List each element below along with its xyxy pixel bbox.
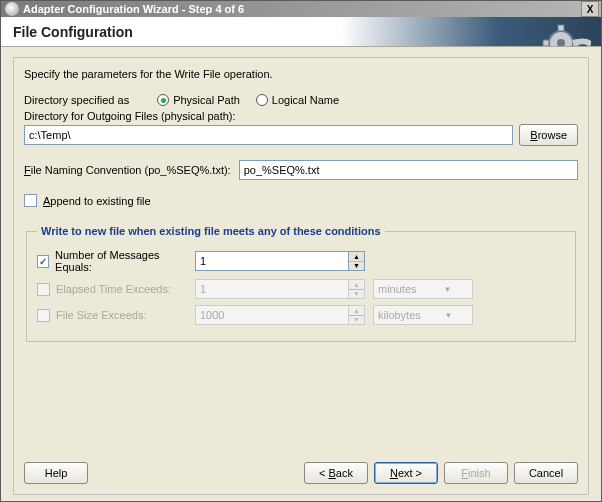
page-title: File Configuration: [13, 24, 133, 40]
spinner-up-icon[interactable]: ▲: [349, 252, 364, 262]
outgoing-dir-label: Directory for Outgoing Files (physical p…: [24, 110, 578, 122]
svg-rect-2: [558, 25, 564, 31]
filesize-label: File Size Exceeds:: [56, 309, 146, 321]
elapsed-unit-combo: minutes ▼: [373, 279, 473, 299]
filesize-value: [196, 306, 348, 324]
append-checkbox[interactable]: [24, 194, 37, 207]
chevron-down-icon: ▼: [425, 311, 472, 320]
content-area: Specify the parameters for the Write Fil…: [1, 47, 601, 501]
logical-name-label: Logical Name: [272, 94, 339, 106]
outgoing-dir-input[interactable]: [24, 125, 513, 145]
file-naming-label: File Naming Convention (po_%SEQ%.txt):: [24, 164, 231, 176]
conditions-fieldset: Write to new file when existing file mee…: [26, 225, 576, 342]
chevron-down-icon: ▼: [423, 285, 472, 294]
messages-spinner[interactable]: ▲ ▼: [195, 251, 365, 271]
next-button[interactable]: Next >: [374, 462, 438, 484]
filesize-unit: kilobytes: [374, 309, 425, 321]
logical-name-radio[interactable]: Logical Name: [256, 94, 339, 106]
physical-path-radio[interactable]: Physical Path: [157, 94, 240, 106]
radio-icon: [157, 94, 169, 106]
close-button[interactable]: X: [581, 1, 599, 17]
spinner-down-icon[interactable]: ▼: [349, 262, 364, 271]
gear-icon: [541, 21, 591, 46]
messages-value[interactable]: [196, 252, 348, 270]
append-label: Append to existing file: [43, 195, 151, 207]
file-naming-input[interactable]: [239, 160, 578, 180]
browse-button[interactable]: Browse: [519, 124, 578, 146]
filesize-spinner: ▲ ▼: [195, 305, 365, 325]
wizard-window: Adapter Configuration Wizard - Step 4 of…: [0, 0, 602, 502]
messages-label: Number of Messages Equals:: [55, 249, 187, 273]
button-bar: Help < Back Next > Finish Cancel: [24, 462, 578, 484]
conditions-legend: Write to new file when existing file mee…: [37, 225, 385, 237]
inner-panel: Specify the parameters for the Write Fil…: [13, 57, 589, 495]
titlebar: Adapter Configuration Wizard - Step 4 of…: [1, 1, 601, 17]
header: File Configuration: [1, 17, 601, 46]
help-button[interactable]: Help: [24, 462, 88, 484]
append-row[interactable]: Append to existing file: [24, 194, 578, 207]
elapsed-checkbox: [37, 283, 50, 296]
condition-elapsed-row: Elapsed Time Exceeds: ▲ ▼ minutes ▼: [37, 279, 565, 299]
window-title: Adapter Configuration Wizard - Step 4 of…: [23, 3, 244, 15]
messages-checkbox[interactable]: [37, 255, 49, 268]
filesize-checkbox: [37, 309, 50, 322]
directory-type-radio-group: Physical Path Logical Name: [157, 94, 339, 106]
condition-messages-row: Number of Messages Equals: ▲ ▼: [37, 249, 565, 273]
filesize-unit-combo: kilobytes ▼: [373, 305, 473, 325]
physical-path-label: Physical Path: [173, 94, 240, 106]
spinner-down-icon: ▼: [349, 290, 364, 299]
browse-suffix: rowse: [538, 129, 567, 141]
finish-button: Finish: [444, 462, 508, 484]
svg-rect-4: [543, 40, 549, 46]
directory-specified-label: Directory specified as: [24, 94, 129, 106]
instruction-text: Specify the parameters for the Write Fil…: [24, 68, 578, 80]
close-icon: X: [587, 4, 594, 15]
elapsed-value: [196, 280, 348, 298]
spinner-up-icon: ▲: [349, 280, 364, 290]
header-banner: [341, 17, 601, 46]
directory-specified-row: Directory specified as Physical Path Log…: [24, 94, 578, 106]
file-naming-row: File Naming Convention (po_%SEQ%.txt):: [24, 160, 578, 180]
outgoing-dir-row: Browse: [24, 124, 578, 146]
elapsed-spinner: ▲ ▼: [195, 279, 365, 299]
app-icon: [5, 2, 19, 16]
cancel-button[interactable]: Cancel: [514, 462, 578, 484]
radio-icon: [256, 94, 268, 106]
condition-filesize-row: File Size Exceeds: ▲ ▼ kilobytes ▼: [37, 305, 565, 325]
back-button[interactable]: < Back: [304, 462, 368, 484]
elapsed-unit: minutes: [374, 283, 423, 295]
elapsed-label: Elapsed Time Exceeds:: [56, 283, 171, 295]
spinner-up-icon: ▲: [349, 306, 364, 316]
spinner-down-icon: ▼: [349, 316, 364, 325]
